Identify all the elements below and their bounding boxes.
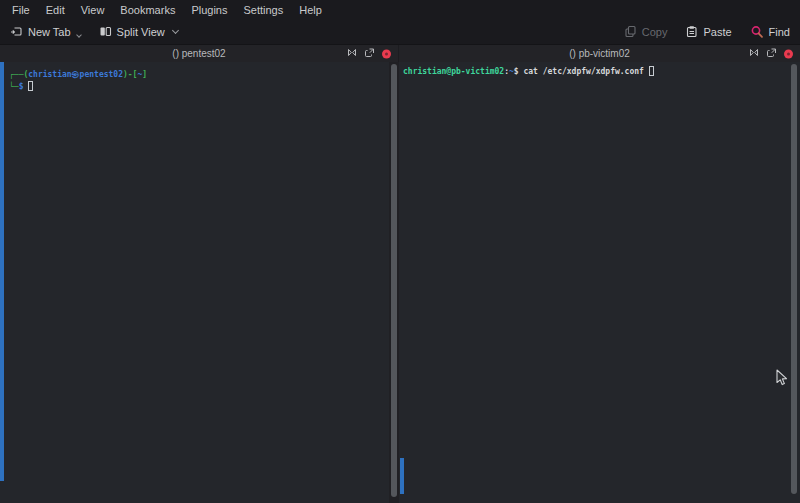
split-view-chevron-icon: [172, 26, 179, 33]
close-view-icon[interactable]: [382, 49, 391, 58]
mouse-cursor-icon: [776, 369, 789, 389]
detach-view-icon[interactable]: [364, 47, 375, 60]
right-terminal-text: christian@pb-victim02:~$ cat /etc/xdpfw/…: [399, 62, 800, 78]
pane-splitter[interactable]: [389, 62, 399, 503]
maximize-view-icon[interactable]: [749, 48, 759, 60]
splitter-handle[interactable]: [391, 64, 397, 497]
copy-button[interactable]: Copy: [624, 25, 668, 38]
prompt-line-2: └─$: [9, 81, 389, 93]
split-view-content: ┌──(christian㉿pentest02)-[~]└─$ christia…: [0, 62, 800, 503]
find-button[interactable]: Find: [750, 25, 790, 39]
pane-title-left: () pentest02: [172, 48, 225, 59]
left-terminal-scrollbar[interactable]: [0, 62, 4, 481]
split-view-icon: [99, 25, 112, 38]
new-tab-icon: [10, 25, 23, 38]
find-icon: [750, 25, 764, 39]
menu-help[interactable]: Help: [291, 2, 330, 18]
menu-view[interactable]: View: [73, 2, 113, 18]
new-tab-button[interactable]: New Tab: [10, 25, 81, 38]
close-view-icon[interactable]: [784, 49, 793, 58]
menu-edit[interactable]: Edit: [38, 2, 73, 18]
paste-label: Paste: [703, 26, 731, 38]
terminal-cursor: [28, 81, 33, 91]
right-terminal-scrollbar[interactable]: [791, 64, 797, 494]
terminal-pb-victim02[interactable]: christian@pb-victim02:~$ cat /etc/xdpfw/…: [399, 62, 800, 503]
menu-file[interactable]: File: [4, 2, 38, 18]
pane-header-pb-victim02[interactable]: () pb-victim02: [399, 45, 800, 62]
maximize-view-icon[interactable]: [347, 48, 357, 60]
split-header-row: () pentest02 () pb-victim02: [0, 44, 800, 62]
copy-label: Copy: [642, 26, 668, 38]
copy-icon: [624, 25, 637, 38]
paste-button[interactable]: Paste: [685, 25, 731, 38]
paste-icon: [685, 25, 698, 38]
terminal-cursor: [649, 66, 654, 76]
terminal-pentest02[interactable]: ┌──(christian㉿pentest02)-[~]└─$: [0, 62, 389, 503]
split-view-label: Split View: [117, 26, 165, 38]
pane-title-right: () pb-victim02: [569, 48, 630, 59]
right-terminal-left-marker[interactable]: [400, 458, 404, 494]
left-terminal-text: ┌──(christian㉿pentest02)-[~]└─$: [0, 62, 389, 93]
menu-plugins[interactable]: Plugins: [183, 2, 235, 18]
menu-bookmarks[interactable]: Bookmarks: [112, 2, 183, 18]
new-tab-caret-icon: [76, 32, 82, 38]
menu-bar: File Edit View Bookmarks Plugins Setting…: [0, 0, 800, 19]
detach-view-icon[interactable]: [766, 47, 777, 60]
prompt-line-1: ┌──(christian㉿pentest02)-[~]: [9, 69, 389, 81]
pane-header-pentest02[interactable]: () pentest02: [0, 45, 399, 62]
find-label: Find: [769, 26, 790, 38]
split-view-button[interactable]: Split View: [99, 25, 178, 38]
menu-settings[interactable]: Settings: [235, 2, 291, 18]
toolbar: New Tab Split View: [0, 19, 800, 44]
new-tab-label: New Tab: [28, 26, 71, 38]
konsole-window: File Edit View Bookmarks Plugins Setting…: [0, 0, 800, 503]
